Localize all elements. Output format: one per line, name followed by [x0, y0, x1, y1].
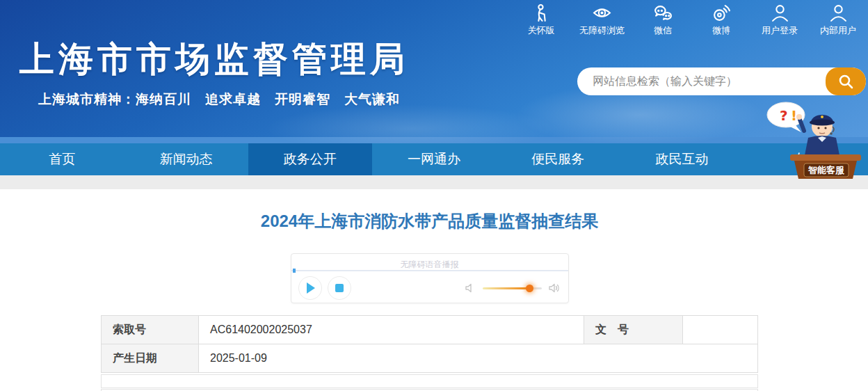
volume-zone [465, 282, 560, 294]
table-row: 索取号 AC61402002025037 文 号 [102, 316, 757, 344]
doc-number-value [683, 316, 757, 344]
search-input[interactable] [577, 67, 826, 95]
volume-knob[interactable] [526, 285, 533, 292]
volume-high-icon [549, 282, 560, 294]
smart-customer-service-mascot[interactable]: ? ! 智能客服 [762, 99, 862, 179]
topbar-item-weibo[interactable]: 微博 [701, 3, 741, 37]
bubble-question-mark: ? [780, 107, 788, 124]
topbar-item-wechat[interactable]: 微信 [643, 3, 683, 37]
topbar-item-accessibility[interactable]: 无障碍浏览 [579, 3, 625, 37]
topbar-item-label: 关怀版 [528, 24, 555, 37]
site-title: 上海市市场监督管理局 [19, 36, 409, 83]
elderly-icon [532, 3, 551, 22]
issue-date-value: 2025-01-09 [199, 344, 757, 372]
volume-low-icon [465, 282, 476, 294]
play-icon [307, 282, 315, 294]
topbar-item-user-login[interactable]: 用户登录 [760, 3, 800, 37]
topbar-item-label: 无障碍浏览 [579, 24, 625, 37]
search-icon [837, 73, 854, 90]
nav-item-services[interactable]: 便民服务 [496, 143, 620, 175]
accessibility-audio-player: 无障碍语音播报 [291, 253, 569, 303]
sub-nav-strip [0, 175, 868, 189]
nav-item-news[interactable]: 新闻动态 [124, 143, 248, 175]
audio-player-title: 无障碍语音播报 [291, 254, 568, 271]
topbar-item-label: 用户登录 [762, 24, 798, 37]
nav-item-gov-disclosure[interactable]: 政务公开 [248, 143, 372, 175]
stop-icon [335, 284, 344, 292]
topbar: 关怀版 无障碍浏览 微信 微博 [521, 3, 858, 37]
eye-icon [593, 3, 611, 22]
play-button[interactable] [298, 276, 322, 300]
issue-date-label: 产生日期 [102, 344, 199, 372]
main-nav: 首页 新闻动态 政务公开 一网通办 便民服务 政民互动 专题 [0, 143, 868, 175]
audio-controls [291, 272, 568, 304]
mascot-label: 智能客服 [807, 165, 845, 175]
site-slogan: 上海城市精神：海纳百川 追求卓越 开明睿智 大气谦和 [38, 90, 400, 109]
nav-item-one-stop[interactable]: 一网通办 [372, 143, 496, 175]
index-number-label: 索取号 [102, 316, 199, 344]
document-meta-table: 索取号 AC61402002025037 文 号 产生日期 2025-01-09 [101, 315, 758, 373]
search-box [577, 67, 866, 95]
internal-user-icon [829, 3, 848, 22]
topbar-item-label: 微信 [654, 24, 672, 37]
article-title: 2024年上海市消防水带产品质量监督抽查结果 [101, 210, 758, 232]
wechat-icon [654, 3, 673, 22]
site-header: 关怀版 无障碍浏览 微信 微博 [0, 0, 868, 137]
search-button[interactable] [826, 67, 866, 95]
service-podium: 智能客服 [790, 154, 861, 179]
officer-figure [796, 114, 840, 159]
topbar-item-care-version[interactable]: 关怀版 [521, 3, 561, 37]
volume-slider[interactable] [483, 287, 542, 289]
user-login-icon [771, 3, 789, 22]
nav-item-interaction[interactable]: 政民互动 [620, 143, 744, 175]
topbar-item-internal-user[interactable]: 内部用户 [818, 3, 858, 37]
audio-progress-bar[interactable] [291, 270, 568, 271]
topbar-item-label: 微博 [712, 24, 730, 37]
stop-button[interactable] [328, 276, 351, 300]
doc-number-label: 文 号 [584, 316, 683, 344]
table-row: 产生日期 2025-01-09 [102, 344, 757, 373]
table-row-empty [101, 374, 758, 388]
index-number-value: AC61402002025037 [199, 316, 584, 344]
topbar-item-label: 内部用户 [820, 24, 856, 37]
nav-item-home[interactable]: 首页 [0, 143, 124, 175]
bubble-exclaim-mark: ! [791, 107, 797, 124]
weibo-icon [712, 3, 731, 22]
article-content: 2024年上海市消防水带产品质量监督抽查结果 无障碍语音播报 [101, 210, 758, 391]
